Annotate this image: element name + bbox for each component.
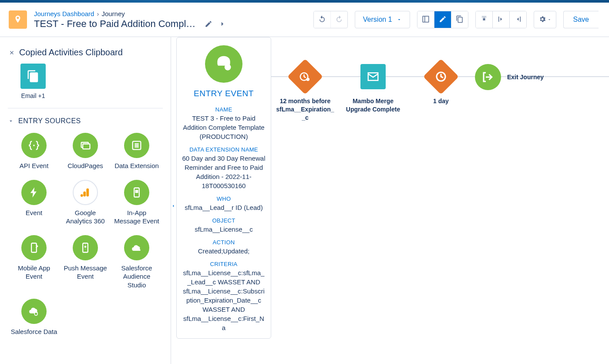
canvas[interactable]: ENTRY EVENT NAMETEST 3 - Free to Paid Ad… [171,37,609,364]
undo-button[interactable] [314,11,330,28]
entry-source-label: Salesforce Audience Studio [113,264,160,290]
entry-source-label: Google Analytics 360 [62,209,109,226]
reentry-button[interactable] [509,11,526,28]
edit-title-button[interactable] [204,19,213,29]
exit-criteria-button[interactable] [492,11,509,28]
cloudpin-icon [21,299,47,324]
svg-point-0 [33,145,35,146]
entry-source-mobile-app-event[interactable]: Mobile App Event [10,235,57,290]
entry-source-label: Event [26,209,42,217]
chevron-down-icon [8,118,14,124]
entry-field-label: CRITERIA [182,261,266,267]
svg-rect-8 [135,190,138,193]
view-mode-button[interactable] [417,11,434,28]
chevron-down-icon [547,17,552,22]
goal-button[interactable] [476,11,492,28]
wait-icon [423,59,459,94]
settings-button[interactable] [534,11,556,28]
header: Journeys Dashboard › Journey TEST - Free… [0,3,609,37]
chevron-down-icon [397,17,402,22]
entry-field-value: sfLma__Lead__r ID (Lead) [182,203,266,212]
entry-source-google-analytics-360[interactable]: Google Analytics 360 [62,180,109,226]
exit-icon [475,64,501,90]
entry-source-label: CloudPages [67,162,103,170]
close-clipboard-button[interactable] [8,49,16,57]
page-title: TEST - Free to Paid Addition Complete ..… [34,18,199,30]
entry-field-value: sfLma__License__c:sfLma__Lead__c WASSET … [182,268,266,332]
entry-field-label: WHO [182,195,266,202]
svg-point-12 [34,312,37,315]
email-icon [360,64,386,89]
edit-mode-button[interactable] [434,11,451,28]
next-title-button[interactable] [218,19,227,29]
entry-source-salesforce-audience-studio[interactable]: Salesforce Audience Studio [113,235,160,290]
entry-field-label: DATA EXTENSION NAME [182,146,266,153]
save-button[interactable]: Save [563,11,599,28]
ga-icon [73,180,98,205]
svg-rect-4 [86,188,89,196]
flow-node-exit[interactable]: Exit Journey [475,64,544,90]
breadcrumb-root[interactable]: Journeys Dashboard [34,10,94,17]
svg-rect-9 [31,243,37,252]
entry-field-value: 60 Day and 30 Day Renewal Reminder and F… [182,154,266,190]
entry-field-label: ACTION [182,239,266,246]
svg-point-6 [81,194,83,197]
svg-point-16 [306,78,310,81]
entry-field-value: sfLma__License__c [182,225,266,234]
clipboard-title: Copied Activities Clipboard [19,47,123,57]
flow-node-label: Exit Journey [507,73,544,81]
flow-node-label: 1 day [433,97,449,105]
flow-node-label: 12 months before sfLma__Expiration__c [275,97,336,122]
pages-icon [73,133,98,158]
entry-source-cloudpages[interactable]: CloudPages [62,133,109,170]
entry-source-data-extension[interactable]: Data Extension [113,133,160,170]
flow-node-wait-until[interactable]: 12 months before sfLma__Expiration__c [271,64,339,122]
entry-event-card[interactable]: ENTRY EVENT NAMETEST 3 - Free to Paid Ad… [176,37,271,339]
svg-point-11 [84,246,87,248]
breadcrumb-current: Journey [101,10,124,17]
entry-field-value: TEST 3 - Free to Paid Addition Complete … [182,114,266,141]
list-icon [124,133,149,158]
svg-rect-5 [83,191,86,196]
entry-source-api-event[interactable]: API Event [10,133,57,170]
entry-source-label: Salesforce Data [11,327,57,336]
entry-sources-header[interactable]: ENTRY SOURCES [8,117,163,125]
entry-source-event[interactable]: Event [10,180,57,226]
entry-card-heading: ENTRY EVENT [182,89,266,98]
entry-field-label: OBJECT [182,217,266,224]
entry-sources-title: ENTRY SOURCES [18,117,81,125]
push-icon [73,235,98,260]
entry-field-label: NAME [182,106,266,113]
sidebar: Copied Activities Clipboard Email +1 ENT… [0,37,171,364]
flow-node-label: Mambo Merge Upgrade Complete [343,97,404,114]
entry-field-value: Created;Updated; [182,246,266,256]
entry-source-push-message-event[interactable]: Push Message Event [62,235,109,290]
breadcrumb-separator: › [97,10,99,17]
cloud-icon [124,235,149,260]
redo-button[interactable] [330,11,347,28]
flow-node-wait[interactable]: 1 day [407,64,475,105]
braces-icon [21,133,47,158]
svg-rect-2 [83,144,90,149]
clipboard-item[interactable]: Email +1 [16,64,50,99]
version-label: Version 1 [363,16,392,24]
copy-mode-button[interactable] [451,11,468,28]
entry-source-label: In-App Message Event [113,209,160,226]
journey-app-icon [9,10,27,29]
entry-source-label: Mobile App Event [10,264,57,281]
wait-until-icon [287,59,323,94]
clipboard-item-label: Email +1 [21,92,45,99]
entry-event-icon [205,45,242,83]
divider [8,108,163,108]
flow-node-email[interactable]: Mambo Merge Upgrade Complete [339,64,407,114]
entry-source-label: Push Message Event [62,264,109,281]
entry-source-in-app-message-event[interactable]: In-App Message Event [113,180,160,226]
entry-source-label: Data Extension [114,162,159,170]
entry-source-salesforce-data[interactable]: Salesforce Data [10,299,57,336]
version-dropdown[interactable]: Version 1 [355,11,410,28]
clipboard-email-icon [20,64,46,89]
svg-point-13 [220,57,228,61]
inapp-icon [124,180,149,205]
entry-source-label: API Event [20,162,49,170]
bolt-icon [21,180,47,205]
